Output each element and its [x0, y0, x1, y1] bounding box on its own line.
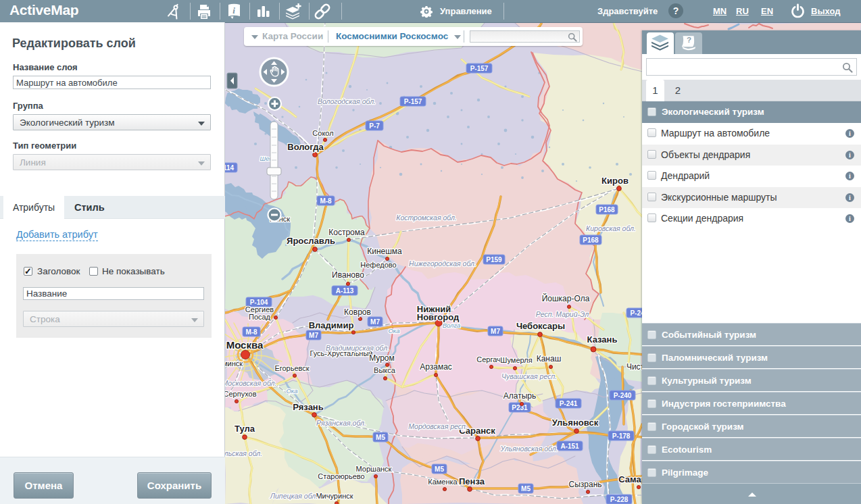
svg-text:Р168: Р168	[583, 236, 599, 244]
svg-text:Р-7: Р-7	[369, 122, 380, 130]
svg-text:Мичуринск: Мичуринск	[316, 492, 353, 500]
svg-text:Муром: Муром	[369, 353, 395, 363]
svg-text:М7: М7	[309, 332, 318, 339]
svg-text:Волга: Волга	[443, 322, 461, 329]
svg-text:Новгород: Новгород	[417, 312, 460, 322]
svg-text:Р-157: Р-157	[470, 65, 489, 72]
svg-text:Каменка: Каменка	[428, 478, 458, 486]
svg-text:Выкса: Выкса	[374, 366, 396, 374]
svg-text:М7: М7	[370, 318, 380, 326]
svg-text:Чувашская респ.: Чувашская респ.	[501, 372, 557, 380]
svg-text:М-8: М-8	[245, 328, 257, 336]
svg-text:Р-178: Р-178	[612, 432, 631, 440]
svg-text:i: i	[232, 5, 235, 16]
svg-text:Тула: Тула	[235, 424, 255, 434]
svg-text:минск: минск	[225, 359, 243, 368]
svg-text:Канаш: Канаш	[537, 354, 562, 363]
svg-text:А-151: А-151	[560, 443, 579, 450]
svg-text:Ока: Ока	[286, 387, 297, 395]
svg-text:Серпухов: Серпухов	[225, 390, 257, 398]
svg-text:Ока: Ока	[388, 327, 399, 334]
svg-text:Ульяновск: Ульяновск	[552, 418, 599, 428]
svg-text:Р-241: Р-241	[560, 400, 578, 407]
svg-text:Р-228: Р-228	[610, 496, 629, 503]
svg-text:Мордовская респ.: Мордовская респ.	[408, 422, 467, 430]
svg-text:?: ?	[687, 36, 691, 44]
svg-text:Нижегородская обл.: Нижегородская обл.	[409, 259, 476, 268]
svg-text:Липецкая обл.: Липецкая обл.	[270, 492, 318, 500]
svg-text:М5: М5	[521, 485, 531, 493]
svg-text:Р-240: Р-240	[614, 392, 632, 399]
svg-text:Казань: Казань	[587, 334, 618, 345]
svg-text:Посад: Посад	[249, 313, 271, 321]
svg-text:Ульяновская обл.: Ульяновская обл.	[499, 445, 558, 453]
svg-text:Егорьевск: Егорьевск	[274, 364, 309, 372]
svg-text:М5: М5	[376, 434, 385, 441]
svg-text:А-113: А-113	[336, 287, 354, 295]
svg-text:Рязанская обл.: Рязанская обл.	[316, 419, 366, 427]
svg-text:Респ. Марий-Эл: Респ. Марий-Эл	[536, 310, 589, 318]
svg-text:Чебоксары: Чебоксары	[516, 321, 565, 331]
svg-text:Р-157: Р-157	[404, 98, 422, 105]
svg-text:льская обл.: льская обл.	[225, 449, 262, 457]
svg-text:Р-104: Р-104	[250, 299, 268, 306]
svg-text:Костромская обл.: Костромская обл.	[396, 213, 457, 222]
svg-text:Кировская обл.: Кировская обл.	[586, 224, 636, 232]
svg-text:Владимир: Владимир	[309, 320, 354, 330]
svg-text:Ярославль: Ярославль	[287, 236, 335, 246]
svg-text:Московская обл.: Московская обл.	[225, 379, 276, 387]
svg-text:Москва: Москва	[226, 339, 264, 351]
svg-text:Сызрань: Сызрань	[568, 480, 601, 489]
svg-text:Р231: Р231	[512, 404, 528, 411]
svg-text:Ковров: Ковров	[344, 307, 371, 317]
svg-text:Вологодская обл.: Вологодская обл.	[318, 97, 376, 105]
svg-text:Р168: Р168	[599, 206, 615, 213]
svg-text:Староюрьево: Староюрьево	[318, 472, 364, 480]
svg-text:Сокол: Сокол	[312, 129, 333, 137]
svg-text:М7: М7	[491, 328, 500, 335]
svg-text:Вологда: Вологда	[287, 142, 324, 152]
svg-text:Владимирская обл.: Владимирская обл.	[326, 344, 389, 352]
svg-text:М-8: М-8	[320, 197, 332, 205]
svg-text:Арзамас: Арзамас	[420, 362, 452, 372]
svg-text:Йошкар-Ола: Йошкар-Ола	[542, 293, 590, 303]
svg-text:Пенза: Пенза	[459, 476, 485, 486]
svg-text:Сергач: Сергач	[476, 355, 501, 363]
svg-text:Алатырь: Алатырь	[503, 391, 536, 401]
svg-text:Шумерля: Шумерля	[500, 356, 532, 364]
svg-text:114: 114	[225, 164, 235, 172]
svg-text:Кинешма: Кинешма	[367, 247, 402, 256]
svg-text:Кострома: Кострома	[328, 228, 365, 237]
svg-text:Нефедово: Нефедово	[360, 261, 396, 269]
svg-text:Рязань: Рязань	[293, 402, 323, 412]
svg-text:Р159: Р159	[486, 256, 502, 263]
svg-text:Иваново: Иваново	[332, 270, 364, 280]
svg-text:М5: М5	[435, 465, 444, 473]
svg-text:Киров: Киров	[601, 176, 629, 186]
